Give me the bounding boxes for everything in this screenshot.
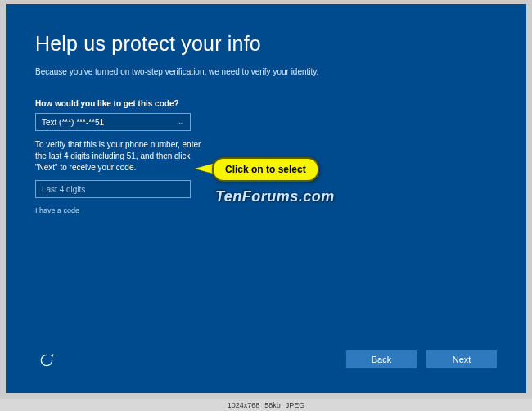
accessibility-icon[interactable]	[38, 352, 55, 368]
back-button[interactable]: Back	[346, 350, 417, 368]
setup-screen: Help us protect your info Because you've…	[6, 4, 526, 393]
verify-instructions: To verify that this is your phone number…	[35, 139, 207, 174]
content-area: Help us protect your info Because you've…	[6, 4, 526, 215]
chevron-down-icon: ⌄	[178, 118, 184, 126]
watermark-text: TenForums.com	[215, 188, 335, 206]
meta-size: 58kb	[264, 401, 281, 409]
have-code-link[interactable]: I have a code	[35, 206, 497, 215]
meta-fmt: JPEG	[286, 401, 305, 409]
image-meta-bar: 1024x768 58kb JPEG	[0, 399, 532, 411]
meta-dims: 1024x768	[228, 401, 260, 409]
select-value: Text (***) ***-**51	[42, 118, 104, 127]
callout-text: Click on to select	[225, 164, 306, 175]
callout-tail	[195, 164, 213, 174]
last4-input[interactable]	[35, 180, 191, 198]
svg-point-0	[41, 355, 52, 365]
callout-bubble: Click on to select	[212, 157, 319, 182]
page-subtext: Because you've turned on two-step verifi…	[35, 67, 497, 76]
page-title: Help us protect your info	[35, 32, 497, 56]
nav-buttons: Back Next	[346, 350, 497, 368]
code-method-select[interactable]: Text (***) ***-**51 ⌄	[35, 113, 191, 131]
next-button[interactable]: Next	[426, 350, 497, 368]
code-method-label: How would you like to get this code?	[35, 99, 497, 108]
